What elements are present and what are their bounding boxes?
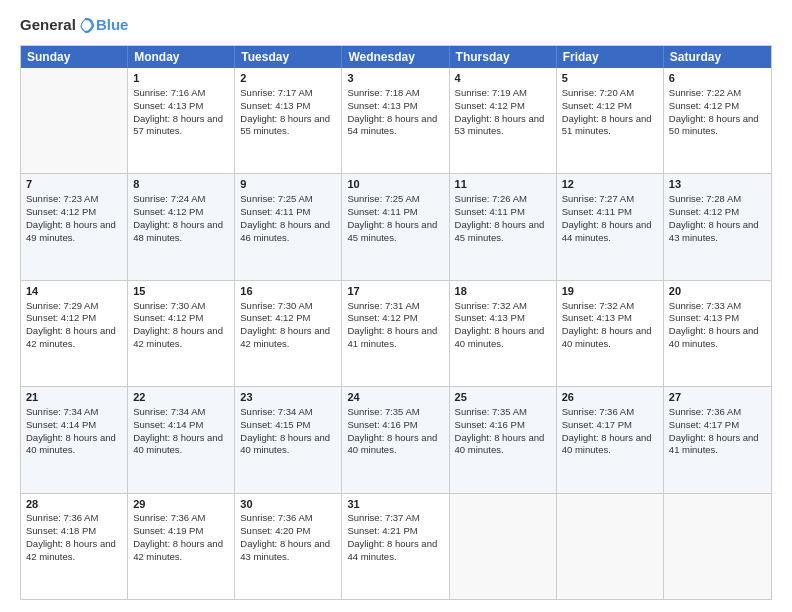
weekday-header-monday: Monday — [128, 46, 235, 68]
sunrise-text: Sunrise: 7:34 AM — [240, 406, 336, 419]
calendar-row-3: 14Sunrise: 7:29 AMSunset: 4:12 PMDayligh… — [21, 280, 771, 386]
sunrise-text: Sunrise: 7:36 AM — [133, 512, 229, 525]
sunset-text: Sunset: 4:14 PM — [26, 419, 122, 432]
sunrise-text: Sunrise: 7:35 AM — [455, 406, 551, 419]
sunrise-text: Sunrise: 7:29 AM — [26, 300, 122, 313]
day-number: 17 — [347, 284, 443, 299]
day-cell-21: 21Sunrise: 7:34 AMSunset: 4:14 PMDayligh… — [21, 387, 128, 492]
sunrise-text: Sunrise: 7:34 AM — [26, 406, 122, 419]
sunset-text: Sunset: 4:15 PM — [240, 419, 336, 432]
sunrise-text: Sunrise: 7:27 AM — [562, 193, 658, 206]
day-cell-11: 11Sunrise: 7:26 AMSunset: 4:11 PMDayligh… — [450, 174, 557, 279]
sunset-text: Sunset: 4:17 PM — [562, 419, 658, 432]
sunset-text: Sunset: 4:12 PM — [562, 100, 658, 113]
daylight-text: Daylight: 8 hours and 40 minutes. — [133, 432, 229, 458]
daylight-text: Daylight: 8 hours and 40 minutes. — [26, 432, 122, 458]
sunrise-text: Sunrise: 7:31 AM — [347, 300, 443, 313]
day-number: 24 — [347, 390, 443, 405]
day-number: 28 — [26, 497, 122, 512]
calendar-row-1: 1Sunrise: 7:16 AMSunset: 4:13 PMDaylight… — [21, 68, 771, 173]
daylight-text: Daylight: 8 hours and 48 minutes. — [133, 219, 229, 245]
sunset-text: Sunset: 4:12 PM — [669, 100, 766, 113]
weekday-header-tuesday: Tuesday — [235, 46, 342, 68]
sunset-text: Sunset: 4:12 PM — [26, 312, 122, 325]
daylight-text: Daylight: 8 hours and 40 minutes. — [455, 432, 551, 458]
sunrise-text: Sunrise: 7:22 AM — [669, 87, 766, 100]
day-cell-10: 10Sunrise: 7:25 AMSunset: 4:11 PMDayligh… — [342, 174, 449, 279]
day-number: 1 — [133, 71, 229, 86]
sunset-text: Sunset: 4:13 PM — [562, 312, 658, 325]
sunset-text: Sunset: 4:14 PM — [133, 419, 229, 432]
daylight-text: Daylight: 8 hours and 41 minutes. — [347, 325, 443, 351]
daylight-text: Daylight: 8 hours and 42 minutes. — [133, 538, 229, 564]
sunset-text: Sunset: 4:13 PM — [455, 312, 551, 325]
daylight-text: Daylight: 8 hours and 51 minutes. — [562, 113, 658, 139]
daylight-text: Daylight: 8 hours and 57 minutes. — [133, 113, 229, 139]
sunrise-text: Sunrise: 7:32 AM — [562, 300, 658, 313]
sunset-text: Sunset: 4:18 PM — [26, 525, 122, 538]
empty-cell-r0c0 — [21, 68, 128, 173]
day-cell-15: 15Sunrise: 7:30 AMSunset: 4:12 PMDayligh… — [128, 281, 235, 386]
day-number: 27 — [669, 390, 766, 405]
sunrise-text: Sunrise: 7:36 AM — [669, 406, 766, 419]
daylight-text: Daylight: 8 hours and 42 minutes. — [26, 538, 122, 564]
day-cell-27: 27Sunrise: 7:36 AMSunset: 4:17 PMDayligh… — [664, 387, 771, 492]
day-number: 14 — [26, 284, 122, 299]
day-number: 2 — [240, 71, 336, 86]
day-number: 10 — [347, 177, 443, 192]
sunset-text: Sunset: 4:13 PM — [133, 100, 229, 113]
day-cell-1: 1Sunrise: 7:16 AMSunset: 4:13 PMDaylight… — [128, 68, 235, 173]
day-number: 11 — [455, 177, 551, 192]
day-number: 20 — [669, 284, 766, 299]
daylight-text: Daylight: 8 hours and 41 minutes. — [669, 432, 766, 458]
sunset-text: Sunset: 4:16 PM — [455, 419, 551, 432]
daylight-text: Daylight: 8 hours and 44 minutes. — [347, 538, 443, 564]
weekday-header-sunday: Sunday — [21, 46, 128, 68]
daylight-text: Daylight: 8 hours and 43 minutes. — [669, 219, 766, 245]
sunset-text: Sunset: 4:12 PM — [26, 206, 122, 219]
daylight-text: Daylight: 8 hours and 42 minutes. — [26, 325, 122, 351]
day-cell-12: 12Sunrise: 7:27 AMSunset: 4:11 PMDayligh… — [557, 174, 664, 279]
day-cell-24: 24Sunrise: 7:35 AMSunset: 4:16 PMDayligh… — [342, 387, 449, 492]
sunrise-text: Sunrise: 7:30 AM — [240, 300, 336, 313]
weekday-header-saturday: Saturday — [664, 46, 771, 68]
sunrise-text: Sunrise: 7:34 AM — [133, 406, 229, 419]
sunrise-text: Sunrise: 7:26 AM — [455, 193, 551, 206]
daylight-text: Daylight: 8 hours and 43 minutes. — [240, 538, 336, 564]
day-number: 30 — [240, 497, 336, 512]
sunset-text: Sunset: 4:11 PM — [562, 206, 658, 219]
day-cell-8: 8Sunrise: 7:24 AMSunset: 4:12 PMDaylight… — [128, 174, 235, 279]
day-cell-14: 14Sunrise: 7:29 AMSunset: 4:12 PMDayligh… — [21, 281, 128, 386]
sunrise-text: Sunrise: 7:24 AM — [133, 193, 229, 206]
sunrise-text: Sunrise: 7:32 AM — [455, 300, 551, 313]
weekday-header-friday: Friday — [557, 46, 664, 68]
sunrise-text: Sunrise: 7:16 AM — [133, 87, 229, 100]
daylight-text: Daylight: 8 hours and 45 minutes. — [347, 219, 443, 245]
sunset-text: Sunset: 4:11 PM — [455, 206, 551, 219]
sunrise-text: Sunrise: 7:37 AM — [347, 512, 443, 525]
sunrise-text: Sunrise: 7:36 AM — [562, 406, 658, 419]
sunset-text: Sunset: 4:17 PM — [669, 419, 766, 432]
sunrise-text: Sunrise: 7:20 AM — [562, 87, 658, 100]
day-cell-20: 20Sunrise: 7:33 AMSunset: 4:13 PMDayligh… — [664, 281, 771, 386]
day-cell-9: 9Sunrise: 7:25 AMSunset: 4:11 PMDaylight… — [235, 174, 342, 279]
sunset-text: Sunset: 4:11 PM — [347, 206, 443, 219]
logo-general: General — [20, 16, 76, 33]
sunset-text: Sunset: 4:11 PM — [240, 206, 336, 219]
empty-cell-r4c6 — [664, 494, 771, 599]
sunrise-text: Sunrise: 7:25 AM — [347, 193, 443, 206]
daylight-text: Daylight: 8 hours and 42 minutes. — [133, 325, 229, 351]
weekday-header-thursday: Thursday — [450, 46, 557, 68]
sunrise-text: Sunrise: 7:33 AM — [669, 300, 766, 313]
sunset-text: Sunset: 4:12 PM — [455, 100, 551, 113]
sunset-text: Sunset: 4:13 PM — [669, 312, 766, 325]
calendar-row-4: 21Sunrise: 7:34 AMSunset: 4:14 PMDayligh… — [21, 386, 771, 492]
sunset-text: Sunset: 4:12 PM — [133, 206, 229, 219]
day-cell-30: 30Sunrise: 7:36 AMSunset: 4:20 PMDayligh… — [235, 494, 342, 599]
daylight-text: Daylight: 8 hours and 40 minutes. — [347, 432, 443, 458]
daylight-text: Daylight: 8 hours and 42 minutes. — [240, 325, 336, 351]
day-number: 29 — [133, 497, 229, 512]
calendar: SundayMondayTuesdayWednesdayThursdayFrid… — [20, 45, 772, 600]
day-number: 13 — [669, 177, 766, 192]
day-cell-18: 18Sunrise: 7:32 AMSunset: 4:13 PMDayligh… — [450, 281, 557, 386]
